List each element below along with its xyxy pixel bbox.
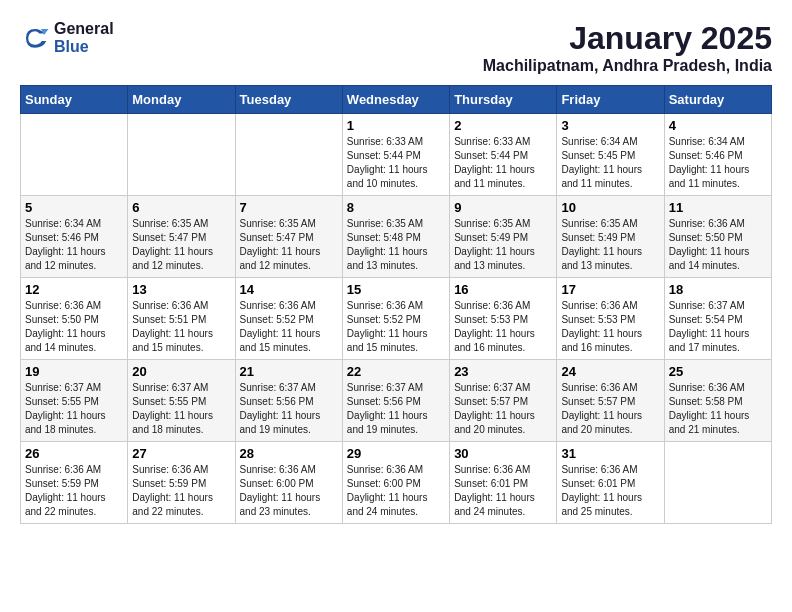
calendar-subtitle: Machilipatnam, Andhra Pradesh, India bbox=[483, 57, 772, 75]
calendar-cell: 14Sunrise: 6:36 AMSunset: 5:52 PMDayligh… bbox=[235, 278, 342, 360]
day-info: Sunrise: 6:36 AMSunset: 5:53 PMDaylight:… bbox=[561, 299, 659, 355]
day-number: 5 bbox=[25, 200, 123, 215]
calendar-cell bbox=[128, 114, 235, 196]
calendar-cell: 20Sunrise: 6:37 AMSunset: 5:55 PMDayligh… bbox=[128, 360, 235, 442]
weekday-header-sunday: Sunday bbox=[21, 86, 128, 114]
day-number: 26 bbox=[25, 446, 123, 461]
calendar-cell bbox=[21, 114, 128, 196]
day-number: 10 bbox=[561, 200, 659, 215]
day-info: Sunrise: 6:34 AMSunset: 5:46 PMDaylight:… bbox=[669, 135, 767, 191]
day-number: 27 bbox=[132, 446, 230, 461]
calendar-cell: 1Sunrise: 6:33 AMSunset: 5:44 PMDaylight… bbox=[342, 114, 449, 196]
day-number: 9 bbox=[454, 200, 552, 215]
calendar-cell: 26Sunrise: 6:36 AMSunset: 5:59 PMDayligh… bbox=[21, 442, 128, 524]
calendar-cell: 6Sunrise: 6:35 AMSunset: 5:47 PMDaylight… bbox=[128, 196, 235, 278]
day-number: 3 bbox=[561, 118, 659, 133]
calendar-cell: 17Sunrise: 6:36 AMSunset: 5:53 PMDayligh… bbox=[557, 278, 664, 360]
calendar-cell: 24Sunrise: 6:36 AMSunset: 5:57 PMDayligh… bbox=[557, 360, 664, 442]
calendar-week-row: 12Sunrise: 6:36 AMSunset: 5:50 PMDayligh… bbox=[21, 278, 772, 360]
calendar-cell: 4Sunrise: 6:34 AMSunset: 5:46 PMDaylight… bbox=[664, 114, 771, 196]
day-info: Sunrise: 6:37 AMSunset: 5:55 PMDaylight:… bbox=[132, 381, 230, 437]
calendar-cell: 3Sunrise: 6:34 AMSunset: 5:45 PMDaylight… bbox=[557, 114, 664, 196]
calendar-cell: 12Sunrise: 6:36 AMSunset: 5:50 PMDayligh… bbox=[21, 278, 128, 360]
calendar-cell: 10Sunrise: 6:35 AMSunset: 5:49 PMDayligh… bbox=[557, 196, 664, 278]
day-number: 30 bbox=[454, 446, 552, 461]
day-info: Sunrise: 6:36 AMSunset: 5:50 PMDaylight:… bbox=[25, 299, 123, 355]
calendar-table: SundayMondayTuesdayWednesdayThursdayFrid… bbox=[20, 85, 772, 524]
day-info: Sunrise: 6:37 AMSunset: 5:57 PMDaylight:… bbox=[454, 381, 552, 437]
day-number: 29 bbox=[347, 446, 445, 461]
calendar-week-row: 26Sunrise: 6:36 AMSunset: 5:59 PMDayligh… bbox=[21, 442, 772, 524]
calendar-cell: 19Sunrise: 6:37 AMSunset: 5:55 PMDayligh… bbox=[21, 360, 128, 442]
day-info: Sunrise: 6:37 AMSunset: 5:55 PMDaylight:… bbox=[25, 381, 123, 437]
day-number: 2 bbox=[454, 118, 552, 133]
day-info: Sunrise: 6:36 AMSunset: 6:00 PMDaylight:… bbox=[240, 463, 338, 519]
calendar-cell: 9Sunrise: 6:35 AMSunset: 5:49 PMDaylight… bbox=[450, 196, 557, 278]
page-header: General Blue January 2025 Machilipatnam,… bbox=[20, 20, 772, 75]
calendar-week-row: 5Sunrise: 6:34 AMSunset: 5:46 PMDaylight… bbox=[21, 196, 772, 278]
day-info: Sunrise: 6:36 AMSunset: 5:51 PMDaylight:… bbox=[132, 299, 230, 355]
calendar-cell: 5Sunrise: 6:34 AMSunset: 5:46 PMDaylight… bbox=[21, 196, 128, 278]
calendar-cell bbox=[235, 114, 342, 196]
day-info: Sunrise: 6:36 AMSunset: 6:01 PMDaylight:… bbox=[561, 463, 659, 519]
day-number: 13 bbox=[132, 282, 230, 297]
calendar-cell: 28Sunrise: 6:36 AMSunset: 6:00 PMDayligh… bbox=[235, 442, 342, 524]
weekday-header-row: SundayMondayTuesdayWednesdayThursdayFrid… bbox=[21, 86, 772, 114]
calendar-cell: 31Sunrise: 6:36 AMSunset: 6:01 PMDayligh… bbox=[557, 442, 664, 524]
calendar-cell: 11Sunrise: 6:36 AMSunset: 5:50 PMDayligh… bbox=[664, 196, 771, 278]
weekday-header-tuesday: Tuesday bbox=[235, 86, 342, 114]
calendar-cell: 18Sunrise: 6:37 AMSunset: 5:54 PMDayligh… bbox=[664, 278, 771, 360]
calendar-cell: 23Sunrise: 6:37 AMSunset: 5:57 PMDayligh… bbox=[450, 360, 557, 442]
calendar-cell: 7Sunrise: 6:35 AMSunset: 5:47 PMDaylight… bbox=[235, 196, 342, 278]
calendar-cell: 8Sunrise: 6:35 AMSunset: 5:48 PMDaylight… bbox=[342, 196, 449, 278]
day-info: Sunrise: 6:36 AMSunset: 5:53 PMDaylight:… bbox=[454, 299, 552, 355]
day-number: 14 bbox=[240, 282, 338, 297]
calendar-cell bbox=[664, 442, 771, 524]
day-info: Sunrise: 6:36 AMSunset: 6:01 PMDaylight:… bbox=[454, 463, 552, 519]
day-info: Sunrise: 6:36 AMSunset: 5:58 PMDaylight:… bbox=[669, 381, 767, 437]
day-number: 17 bbox=[561, 282, 659, 297]
day-info: Sunrise: 6:35 AMSunset: 5:49 PMDaylight:… bbox=[454, 217, 552, 273]
day-number: 21 bbox=[240, 364, 338, 379]
day-info: Sunrise: 6:36 AMSunset: 6:00 PMDaylight:… bbox=[347, 463, 445, 519]
calendar-cell: 27Sunrise: 6:36 AMSunset: 5:59 PMDayligh… bbox=[128, 442, 235, 524]
calendar-week-row: 19Sunrise: 6:37 AMSunset: 5:55 PMDayligh… bbox=[21, 360, 772, 442]
calendar-week-row: 1Sunrise: 6:33 AMSunset: 5:44 PMDaylight… bbox=[21, 114, 772, 196]
day-number: 12 bbox=[25, 282, 123, 297]
weekday-header-saturday: Saturday bbox=[664, 86, 771, 114]
day-number: 19 bbox=[25, 364, 123, 379]
day-info: Sunrise: 6:35 AMSunset: 5:47 PMDaylight:… bbox=[132, 217, 230, 273]
weekday-header-wednesday: Wednesday bbox=[342, 86, 449, 114]
weekday-header-thursday: Thursday bbox=[450, 86, 557, 114]
logo-text: General Blue bbox=[54, 20, 114, 56]
day-number: 23 bbox=[454, 364, 552, 379]
day-info: Sunrise: 6:35 AMSunset: 5:48 PMDaylight:… bbox=[347, 217, 445, 273]
day-number: 8 bbox=[347, 200, 445, 215]
day-number: 24 bbox=[561, 364, 659, 379]
calendar-cell: 25Sunrise: 6:36 AMSunset: 5:58 PMDayligh… bbox=[664, 360, 771, 442]
day-info: Sunrise: 6:35 AMSunset: 5:47 PMDaylight:… bbox=[240, 217, 338, 273]
calendar-title: January 2025 bbox=[483, 20, 772, 57]
day-info: Sunrise: 6:36 AMSunset: 5:52 PMDaylight:… bbox=[240, 299, 338, 355]
day-number: 16 bbox=[454, 282, 552, 297]
day-info: Sunrise: 6:34 AMSunset: 5:45 PMDaylight:… bbox=[561, 135, 659, 191]
day-number: 18 bbox=[669, 282, 767, 297]
calendar-cell: 13Sunrise: 6:36 AMSunset: 5:51 PMDayligh… bbox=[128, 278, 235, 360]
day-number: 11 bbox=[669, 200, 767, 215]
day-number: 1 bbox=[347, 118, 445, 133]
calendar-cell: 21Sunrise: 6:37 AMSunset: 5:56 PMDayligh… bbox=[235, 360, 342, 442]
day-info: Sunrise: 6:35 AMSunset: 5:49 PMDaylight:… bbox=[561, 217, 659, 273]
day-info: Sunrise: 6:37 AMSunset: 5:56 PMDaylight:… bbox=[347, 381, 445, 437]
calendar-cell: 16Sunrise: 6:36 AMSunset: 5:53 PMDayligh… bbox=[450, 278, 557, 360]
day-number: 7 bbox=[240, 200, 338, 215]
calendar-cell: 22Sunrise: 6:37 AMSunset: 5:56 PMDayligh… bbox=[342, 360, 449, 442]
day-info: Sunrise: 6:34 AMSunset: 5:46 PMDaylight:… bbox=[25, 217, 123, 273]
day-info: Sunrise: 6:36 AMSunset: 5:52 PMDaylight:… bbox=[347, 299, 445, 355]
weekday-header-friday: Friday bbox=[557, 86, 664, 114]
day-number: 31 bbox=[561, 446, 659, 461]
weekday-header-monday: Monday bbox=[128, 86, 235, 114]
logo: General Blue bbox=[20, 20, 114, 56]
day-number: 28 bbox=[240, 446, 338, 461]
day-info: Sunrise: 6:36 AMSunset: 5:59 PMDaylight:… bbox=[25, 463, 123, 519]
calendar-cell: 15Sunrise: 6:36 AMSunset: 5:52 PMDayligh… bbox=[342, 278, 449, 360]
